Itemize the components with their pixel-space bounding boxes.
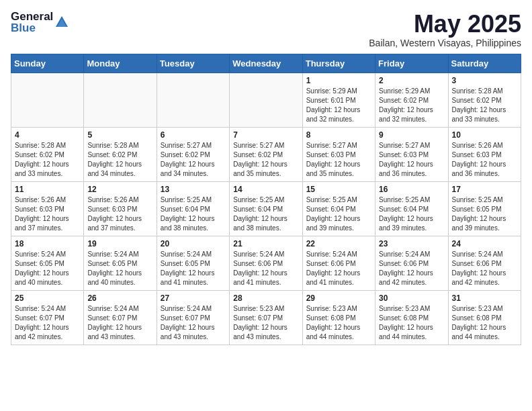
calendar-cell: 28Sunrise: 5:23 AMSunset: 6:07 PMDayligh… [230,290,302,345]
calendar-week-row: 18Sunrise: 5:24 AMSunset: 6:05 PMDayligh… [11,236,521,290]
month-year-title: May 2025 [369,11,521,38]
calendar-cell: 27Sunrise: 5:24 AMSunset: 6:07 PMDayligh… [157,290,229,345]
calendar-cell: 30Sunrise: 5:23 AMSunset: 6:08 PMDayligh… [375,290,448,345]
page-header: General Blue May 2025 Bailan, Western Vi… [11,11,521,48]
calendar-cell: 31Sunrise: 5:23 AMSunset: 6:08 PMDayligh… [448,290,521,345]
cell-info: Sunrise: 5:24 AMSunset: 6:06 PMDaylight:… [379,250,444,287]
day-number: 3 [452,76,517,85]
calendar-cell: 1Sunrise: 5:29 AMSunset: 6:01 PMDaylight… [302,73,375,127]
weekday-header-tuesday: Tuesday [157,54,229,73]
day-number: 31 [452,293,517,303]
calendar-cell: 15Sunrise: 5:25 AMSunset: 6:04 PMDayligh… [302,181,375,236]
calendar-cell: 20Sunrise: 5:24 AMSunset: 6:05 PMDayligh… [157,236,229,290]
day-number: 22 [306,239,371,248]
calendar-cell: 23Sunrise: 5:24 AMSunset: 6:06 PMDayligh… [375,236,448,290]
day-number: 23 [379,239,444,248]
cell-info: Sunrise: 5:24 AMSunset: 6:05 PMDaylight:… [87,250,152,287]
day-number: 26 [87,293,152,303]
calendar-cell: 29Sunrise: 5:23 AMSunset: 6:08 PMDayligh… [302,290,375,345]
calendar-cell: 17Sunrise: 5:25 AMSunset: 6:05 PMDayligh… [448,181,521,236]
logo-icon [54,15,69,30]
calendar-week-row: 25Sunrise: 5:24 AMSunset: 6:07 PMDayligh… [11,290,521,345]
calendar-cell: 14Sunrise: 5:25 AMSunset: 6:04 PMDayligh… [230,181,302,236]
calendar-cell: 16Sunrise: 5:25 AMSunset: 6:04 PMDayligh… [375,181,448,236]
day-number: 6 [161,130,226,140]
day-number: 8 [306,130,371,140]
day-number: 15 [306,185,371,194]
logo: General Blue [11,11,69,34]
calendar-cell: 6Sunrise: 5:27 AMSunset: 6:02 PMDaylight… [157,127,229,181]
cell-info: Sunrise: 5:29 AMSunset: 6:02 PMDaylight:… [379,87,444,124]
day-number: 29 [306,293,371,303]
day-number: 5 [87,130,152,140]
day-number: 28 [233,293,298,303]
calendar-cell: 9Sunrise: 5:27 AMSunset: 6:03 PMDaylight… [375,127,448,181]
day-number: 25 [15,293,80,303]
calendar-cell: 24Sunrise: 5:24 AMSunset: 6:06 PMDayligh… [448,236,521,290]
calendar-cell: 3Sunrise: 5:28 AMSunset: 6:02 PMDaylight… [448,73,521,127]
location-subtitle: Bailan, Western Visayas, Philippines [369,38,521,48]
weekday-header-thursday: Thursday [302,54,375,73]
day-number: 10 [452,130,517,140]
calendar-cell: 5Sunrise: 5:28 AMSunset: 6:02 PMDaylight… [84,127,157,181]
cell-info: Sunrise: 5:24 AMSunset: 6:07 PMDaylight:… [161,304,226,342]
day-number: 1 [306,76,371,85]
cell-info: Sunrise: 5:24 AMSunset: 6:06 PMDaylight:… [306,250,371,287]
calendar-cell: 10Sunrise: 5:26 AMSunset: 6:03 PMDayligh… [448,127,521,181]
logo-blue-text: Blue [11,22,36,34]
calendar-cell: 13Sunrise: 5:25 AMSunset: 6:04 PMDayligh… [157,181,229,236]
cell-info: Sunrise: 5:23 AMSunset: 6:07 PMDaylight:… [233,304,298,342]
cell-info: Sunrise: 5:27 AMSunset: 6:03 PMDaylight:… [306,141,371,179]
cell-info: Sunrise: 5:27 AMSunset: 6:02 PMDaylight:… [233,141,298,179]
cell-info: Sunrise: 5:25 AMSunset: 6:04 PMDaylight:… [233,195,298,233]
calendar-cell: 21Sunrise: 5:24 AMSunset: 6:06 PMDayligh… [230,236,302,290]
calendar-week-row: 1Sunrise: 5:29 AMSunset: 6:01 PMDaylight… [11,73,521,127]
day-number: 4 [15,130,80,140]
title-block: May 2025 Bailan, Western Visayas, Philip… [369,11,521,48]
cell-info: Sunrise: 5:25 AMSunset: 6:05 PMDaylight:… [452,195,517,233]
logo-general-text: General [11,11,53,22]
calendar-cell: 4Sunrise: 5:28 AMSunset: 6:02 PMDaylight… [11,127,84,181]
calendar-cell [157,73,229,127]
weekday-header-monday: Monday [84,54,157,73]
cell-info: Sunrise: 5:24 AMSunset: 6:06 PMDaylight:… [233,250,298,287]
cell-info: Sunrise: 5:29 AMSunset: 6:01 PMDaylight:… [306,87,371,124]
cell-info: Sunrise: 5:25 AMSunset: 6:04 PMDaylight:… [161,195,226,233]
cell-info: Sunrise: 5:24 AMSunset: 6:07 PMDaylight:… [15,304,80,342]
calendar-cell [11,73,84,127]
cell-info: Sunrise: 5:25 AMSunset: 6:04 PMDaylight:… [379,195,444,233]
cell-info: Sunrise: 5:23 AMSunset: 6:08 PMDaylight:… [306,304,371,342]
day-number: 30 [379,293,444,303]
cell-info: Sunrise: 5:23 AMSunset: 6:08 PMDaylight:… [452,304,517,342]
weekday-header-sunday: Sunday [11,54,84,73]
weekday-header-wednesday: Wednesday [230,54,302,73]
calendar-cell: 7Sunrise: 5:27 AMSunset: 6:02 PMDaylight… [230,127,302,181]
cell-info: Sunrise: 5:24 AMSunset: 6:07 PMDaylight:… [87,304,152,342]
calendar-cell: 22Sunrise: 5:24 AMSunset: 6:06 PMDayligh… [302,236,375,290]
calendar-cell: 12Sunrise: 5:26 AMSunset: 6:03 PMDayligh… [84,181,157,236]
cell-info: Sunrise: 5:28 AMSunset: 6:02 PMDaylight:… [15,141,80,179]
day-number: 17 [452,185,517,194]
calendar-cell: 8Sunrise: 5:27 AMSunset: 6:03 PMDaylight… [302,127,375,181]
calendar-cell: 25Sunrise: 5:24 AMSunset: 6:07 PMDayligh… [11,290,84,345]
calendar-week-row: 11Sunrise: 5:26 AMSunset: 6:03 PMDayligh… [11,181,521,236]
weekday-header-saturday: Saturday [448,54,521,73]
cell-info: Sunrise: 5:28 AMSunset: 6:02 PMDaylight:… [87,141,152,179]
calendar-cell: 18Sunrise: 5:24 AMSunset: 6:05 PMDayligh… [11,236,84,290]
day-number: 18 [15,239,80,248]
calendar-cell: 19Sunrise: 5:24 AMSunset: 6:05 PMDayligh… [84,236,157,290]
cell-info: Sunrise: 5:27 AMSunset: 6:03 PMDaylight:… [379,141,444,179]
cell-info: Sunrise: 5:28 AMSunset: 6:02 PMDaylight:… [452,87,517,124]
day-number: 14 [233,185,298,194]
day-number: 12 [87,185,152,194]
calendar-header-row: SundayMondayTuesdayWednesdayThursdayFrid… [11,54,521,73]
day-number: 7 [233,130,298,140]
cell-info: Sunrise: 5:24 AMSunset: 6:05 PMDaylight:… [15,250,80,287]
day-number: 11 [15,185,80,194]
calendar-cell: 11Sunrise: 5:26 AMSunset: 6:03 PMDayligh… [11,181,84,236]
day-number: 9 [379,130,444,140]
cell-info: Sunrise: 5:26 AMSunset: 6:03 PMDaylight:… [15,195,80,233]
cell-info: Sunrise: 5:25 AMSunset: 6:04 PMDaylight:… [306,195,371,233]
day-number: 16 [379,185,444,194]
cell-info: Sunrise: 5:27 AMSunset: 6:02 PMDaylight:… [161,141,226,179]
